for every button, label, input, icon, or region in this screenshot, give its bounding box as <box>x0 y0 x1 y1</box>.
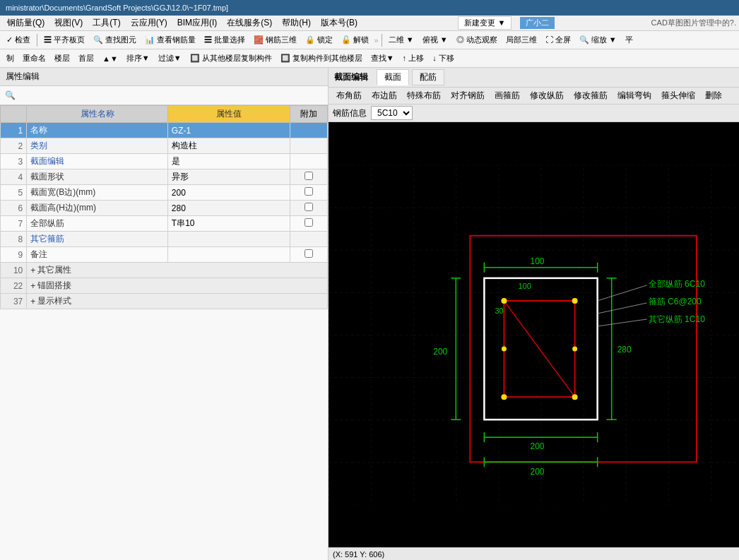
toolbar-jubu3d[interactable]: 局部三维 <box>502 33 540 47</box>
prop-add[interactable] <box>290 247 327 263</box>
prop-add[interactable] <box>290 201 327 216</box>
toolbar-guolv[interactable]: 过滤▼ <box>155 52 185 65</box>
toolbar-shangyi[interactable]: ↑ 上移 <box>399 52 428 65</box>
toolbar-louceng[interactable]: 楼层 <box>51 52 73 65</box>
toolbar-dongtai[interactable]: ◎ 动态观察 <box>453 33 501 47</box>
btn-special-rebar[interactable]: 特殊布筋 <box>403 89 444 102</box>
prop-value[interactable]: T串10 <box>167 216 290 232</box>
btn-align-rebar[interactable]: 对齐钢筋 <box>447 89 488 102</box>
user-button[interactable]: 广小二 <box>520 17 555 29</box>
prop-add <box>290 123 327 138</box>
menu-bim[interactable]: BIM应用(I) <box>173 16 222 30</box>
prop-value[interactable]: 异形 <box>167 169 290 185</box>
toolbar-chongmingming[interactable]: 重命名 <box>19 52 49 65</box>
prop-value[interactable] <box>167 247 290 263</box>
svg-text:200: 200 <box>530 441 544 451</box>
toolbar-jiesuo[interactable]: 🔓 解锁 <box>338 33 372 47</box>
add-checkbox[interactable] <box>305 172 313 180</box>
toolbar-suoding[interactable]: 🔒 锁定 <box>302 33 336 47</box>
add-checkbox[interactable] <box>305 249 313 258</box>
table-row-group[interactable]: 37 + 显示样式 <box>1 294 328 309</box>
toolbar-suofang[interactable]: 🔍 缩放 ▼ <box>576 33 620 47</box>
table-row[interactable]: 7 全部纵筋 T串10 <box>1 216 328 232</box>
row-num: 10 <box>1 263 27 278</box>
group-label[interactable]: + 其它属性 <box>27 263 328 278</box>
toolbar-copy-from[interactable]: 🔲 从其他楼层复制构件 <box>187 52 276 65</box>
btn-draw-stirrup[interactable]: 画箍筋 <box>491 89 524 102</box>
prop-value[interactable] <box>167 232 290 247</box>
toolbar-chakangangjin[interactable]: 📊 查看钢筋量 <box>141 33 199 47</box>
toolbar-paixu[interactable]: 排序▼ <box>123 52 153 65</box>
toolbar-shouceng[interactable]: 首层 <box>75 52 97 65</box>
group-label[interactable]: + 锚固搭接 <box>27 278 328 294</box>
table-row[interactable]: 9 备注 <box>1 247 328 263</box>
toolbar-updown[interactable]: ▲▼ <box>99 53 122 64</box>
rebar-info-select[interactable]: 5C10 <box>371 106 413 120</box>
toolbar-pingqibangye[interactable]: ☰ 平齐板页 <box>40 33 88 47</box>
prop-value[interactable]: 200 <box>167 185 290 201</box>
toolbar-xiayi[interactable]: ↓ 下移 <box>429 52 458 65</box>
tab-section[interactable]: 截面 <box>377 69 409 85</box>
canvas-area[interactable]: 100 280 200 200 200 <box>329 122 739 547</box>
group-name: 其它属性 <box>37 264 71 276</box>
group-label[interactable]: + 显示样式 <box>27 294 328 309</box>
table-row[interactable]: 8 其它箍筋 <box>1 232 328 247</box>
svg-point-29 <box>572 298 578 304</box>
properties-table: 属性名称 属性值 附加 1 名称 GZ-1 2 类别 构造柱 <box>0 105 328 309</box>
table-row[interactable]: 5 截面宽(B边)(mm) 200 <box>1 185 328 201</box>
tab-rebar[interactable]: 配筋 <box>412 69 444 85</box>
btn-delete[interactable]: 删除 <box>702 89 726 102</box>
menu-version[interactable]: 版本号(B) <box>317 16 362 30</box>
btn-corner-rebar[interactable]: 布角筋 <box>333 89 365 102</box>
toolbar-gangjin3d[interactable]: 🧱 钢筋三维 <box>250 33 300 47</box>
table-row[interactable]: 3 截面编辑 是 <box>1 154 328 169</box>
svg-point-28 <box>501 298 507 304</box>
add-checkbox[interactable] <box>305 203 313 211</box>
toolbar-chazhao[interactable]: 查找▼ <box>367 52 398 65</box>
search-icon[interactable]: 🔍 <box>3 88 17 102</box>
toolbar-quanping[interactable]: ⛶ 全屏 <box>542 33 574 47</box>
prop-value[interactable]: GZ-1 <box>167 123 290 138</box>
add-checkbox[interactable] <box>305 187 313 196</box>
table-row-group[interactable]: 10 + 其它属性 <box>1 263 328 278</box>
menu-help[interactable]: 帮助(H) <box>278 16 315 30</box>
sep1 <box>37 34 37 47</box>
toolbar-piliang[interactable]: ☰ 批量选择 <box>201 33 249 47</box>
prop-add[interactable] <box>290 185 327 201</box>
group-name: 显示样式 <box>37 295 71 307</box>
group-name: 锚固搭接 <box>37 280 71 292</box>
table-row[interactable]: 1 名称 GZ-1 <box>1 123 328 138</box>
prop-value[interactable]: 280 <box>167 201 290 216</box>
menu-yunyingyong[interactable]: 云应用(Y) <box>126 16 172 30</box>
menu-gangjinliang[interactable]: 钢筋量(Q) <box>3 16 49 30</box>
toolbar-check[interactable]: ✓ 检查 <box>3 33 34 47</box>
menu-shitu[interactable]: 视图(V) <box>50 16 87 30</box>
btn-side-rebar[interactable]: 布边筋 <box>368 89 401 102</box>
menu-gongju[interactable]: 工具(T) <box>88 16 124 30</box>
btn-modify-stirrup[interactable]: 修改箍筋 <box>570 89 611 102</box>
svg-rect-1 <box>329 165 739 505</box>
toolbar-copy-to[interactable]: 🔲 复制构件到其他楼层 <box>277 52 366 65</box>
btn-edit-hook[interactable]: 编辑弯钩 <box>614 89 655 102</box>
table-row[interactable]: 6 截面高(H边)(mm) 280 <box>1 201 328 216</box>
drawing-title: 截面编辑 <box>334 71 368 83</box>
table-row[interactable]: 2 类别 构造柱 <box>1 138 328 154</box>
new-change-button[interactable]: 新建变更 ▼ <box>458 16 512 30</box>
toolbar-fushi[interactable]: 俯视 ▼ <box>419 33 451 47</box>
prop-add[interactable] <box>290 169 327 185</box>
menu-online[interactable]: 在线服务(S) <box>223 16 276 30</box>
add-checkbox[interactable] <box>305 218 313 227</box>
btn-modify-longi[interactable]: 修改纵筋 <box>526 89 567 102</box>
prop-value[interactable]: 是 <box>167 154 290 169</box>
toolbar-zhaotuyuan[interactable]: 🔍 查找图元 <box>90 33 140 47</box>
toolbar-2d[interactable]: 二维 ▼ <box>385 33 418 47</box>
toolbar-ping[interactable]: 平 <box>622 33 637 47</box>
prop-value[interactable]: 构造柱 <box>167 138 290 154</box>
toolbar-2: 制 重命名 楼层 首层 ▲▼ 排序▼ 过滤▼ 🔲 从其他楼层复制构件 🔲 复制构… <box>0 49 739 68</box>
prop-add[interactable] <box>290 216 327 232</box>
btn-hook-extend[interactable]: 箍头伸缩 <box>658 89 699 102</box>
table-row-group[interactable]: 22 + 锚固搭接 <box>1 278 328 294</box>
toolbar-zhi[interactable]: 制 <box>3 52 18 65</box>
svg-point-31 <box>572 394 578 400</box>
table-row[interactable]: 4 截面形状 异形 <box>1 169 328 185</box>
